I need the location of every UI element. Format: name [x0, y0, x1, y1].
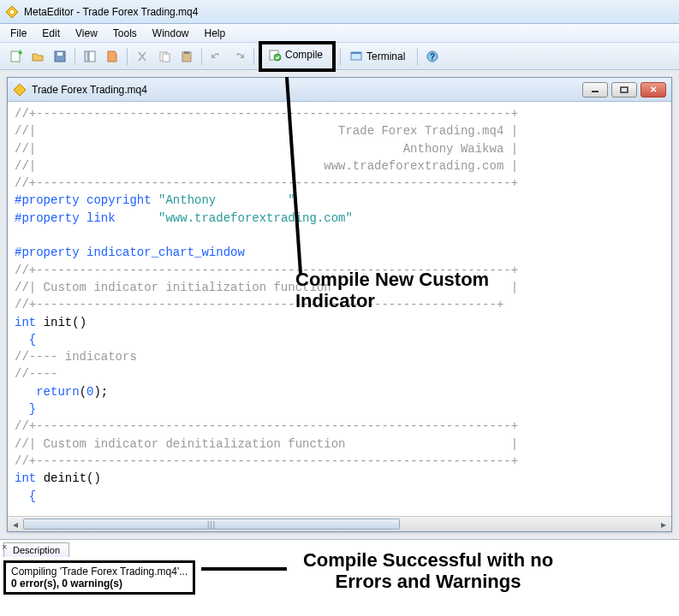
maximize-button[interactable] [611, 82, 637, 98]
svg-text:?: ? [430, 52, 435, 62]
svg-point-1 [10, 10, 14, 14]
scroll-thumb[interactable]: ||| [23, 518, 400, 530]
book-button[interactable] [102, 46, 122, 67]
copy-button[interactable] [154, 46, 175, 67]
svg-rect-9 [163, 54, 170, 62]
horizontal-scrollbar[interactable]: ◂ ||| ▸ [8, 516, 671, 531]
panel-close-icon[interactable]: × [2, 542, 7, 552]
menu-window[interactable]: Window [146, 26, 196, 41]
scroll-left-arrow[interactable]: ◂ [8, 517, 23, 532]
scroll-right-arrow[interactable]: ▸ [656, 517, 671, 532]
paste-button[interactable] [176, 46, 197, 67]
undo-button[interactable] [206, 46, 227, 67]
help-button[interactable]: ? [422, 46, 443, 67]
compile-label: Compile [285, 49, 323, 61]
compile-icon [268, 48, 282, 62]
compile-button[interactable]: Compile [264, 44, 331, 65]
open-button[interactable] [27, 46, 48, 67]
toolbar: + Compile Terminal ? [0, 43, 679, 70]
terminal-icon [349, 50, 363, 63]
svg-rect-15 [351, 52, 361, 54]
compile-status-line2: 0 error(s), 0 warning(s) [11, 578, 188, 589]
annotation-compile: Compile New Custom Indicator [295, 269, 518, 312]
svg-rect-11 [184, 51, 189, 54]
app-title: MetaEditor - Trade Forex Trading.mq4 [24, 6, 198, 18]
compile-status-box: Compiling 'Trade Forex Trading.mq4'... 0… [3, 560, 195, 595]
menu-help[interactable]: Help [198, 26, 233, 41]
redo-button[interactable] [229, 46, 249, 67]
app-icon [5, 5, 19, 19]
minimize-button[interactable] [582, 82, 608, 98]
app-titlebar: MetaEditor - Trade Forex Trading.mq4 [0, 0, 679, 24]
annotation-line-2 [201, 567, 287, 571]
save-button[interactable] [50, 46, 70, 67]
menu-file[interactable]: File [3, 26, 33, 41]
document-icon [13, 83, 27, 97]
svg-marker-18 [14, 84, 26, 96]
svg-rect-7 [89, 51, 95, 62]
menu-edit[interactable]: Edit [35, 26, 67, 41]
new-file-button[interactable]: + [5, 46, 26, 67]
navigator-button[interactable] [80, 46, 100, 67]
menu-tools[interactable]: Tools [106, 26, 144, 41]
svg-rect-5 [57, 52, 63, 56]
document-titlebar: Trade Forex Trading.mq4 ✕ [8, 78, 671, 102]
annotation-success: Compile Successful with no Errors and Wa… [291, 549, 565, 593]
compile-status-line1: Compiling 'Trade Forex Trading.mq4'... [11, 566, 188, 578]
svg-text:+: + [18, 50, 22, 57]
document-title: Trade Forex Trading.mq4 [32, 84, 577, 96]
menubar: File Edit View Tools Window Help [0, 24, 679, 43]
compile-highlight-box: Compile [259, 41, 336, 72]
svg-rect-6 [85, 51, 88, 62]
terminal-button[interactable]: Terminal [345, 46, 413, 67]
cut-button[interactable] [132, 46, 152, 67]
terminal-label: Terminal [366, 50, 405, 62]
close-button[interactable]: ✕ [640, 82, 666, 98]
svg-rect-20 [621, 87, 628, 92]
menu-view[interactable]: View [68, 26, 104, 41]
errors-tab-description[interactable]: Description [3, 542, 69, 557]
